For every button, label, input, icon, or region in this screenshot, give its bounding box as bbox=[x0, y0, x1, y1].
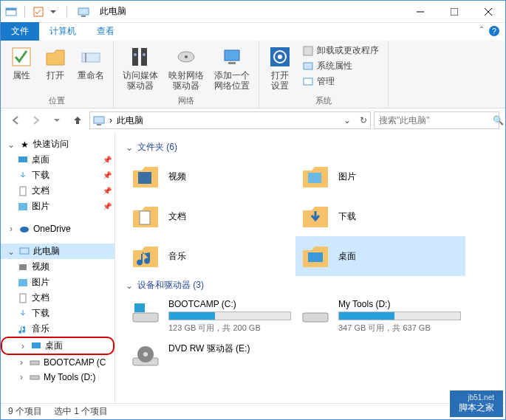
address-dropdown-icon[interactable]: ⌄ bbox=[343, 115, 351, 125]
pin-icon: 📌 bbox=[103, 171, 112, 179]
svg-rect-30 bbox=[19, 264, 27, 270]
tree-pictures[interactable]: 图片📌 bbox=[1, 199, 114, 214]
drive-c[interactable]: BOOTCAMP (C:) 123 GB 可用，共 200 GB bbox=[126, 295, 295, 338]
svg-rect-1 bbox=[6, 8, 16, 10]
minimize-button[interactable] bbox=[403, 1, 437, 23]
tree-music[interactable]: 音乐 bbox=[1, 321, 114, 337]
drive-icon bbox=[29, 371, 41, 383]
tree-quick-access[interactable]: ⌄★快速访问 bbox=[1, 137, 114, 152]
pc-icon bbox=[18, 246, 30, 258]
settings-icon bbox=[268, 45, 292, 69]
qa-properties-icon[interactable] bbox=[33, 6, 44, 18]
svg-rect-35 bbox=[30, 376, 39, 379]
tree-downloads[interactable]: 下载📌 bbox=[1, 168, 114, 183]
folder-document-icon bbox=[130, 201, 161, 232]
tree-documents[interactable]: 文档📌 bbox=[1, 183, 114, 199]
open-button[interactable]: 打开 bbox=[41, 44, 70, 82]
manage-button[interactable]: 管理 bbox=[299, 75, 382, 89]
rename-icon bbox=[79, 45, 103, 69]
download-icon bbox=[17, 170, 29, 182]
sysprop-button[interactable]: 系统属性 bbox=[299, 59, 382, 73]
svg-point-14 bbox=[185, 55, 188, 58]
search-icon[interactable]: 🔍 bbox=[493, 115, 504, 125]
chevron-down-icon: ⌄ bbox=[126, 280, 133, 291]
tree-downloads-2[interactable]: 下载 bbox=[1, 306, 114, 321]
open-settings-button[interactable]: 打开设置 bbox=[265, 44, 295, 93]
maximize-button[interactable] bbox=[437, 1, 471, 23]
help-icon[interactable]: ? bbox=[489, 26, 499, 36]
media-button[interactable]: 访问媒体驱动器 bbox=[120, 44, 161, 93]
svg-rect-20 bbox=[304, 47, 312, 55]
folder-documents[interactable]: 文档 bbox=[126, 196, 295, 236]
svg-rect-27 bbox=[18, 203, 27, 210]
ribbon-collapse-icon[interactable]: ˆ bbox=[480, 26, 483, 36]
tree-onedrive[interactable]: ›OneDrive bbox=[1, 221, 114, 236]
tab-file[interactable]: 文件 bbox=[1, 22, 39, 41]
rename-button[interactable]: 重命名 bbox=[75, 44, 107, 82]
breadcrumb[interactable]: 此电脑 bbox=[117, 114, 143, 127]
folder-videos[interactable]: 视频 bbox=[126, 156, 295, 196]
svg-rect-39 bbox=[308, 252, 323, 262]
pin-icon: 📌 bbox=[103, 156, 112, 164]
content-pane[interactable]: ⌄文件夹 (6) 视频 图片 文档 下载 音乐 桌面 ⌄设备和驱动器 (3) B… bbox=[115, 132, 505, 403]
tree-desktop-2[interactable]: ›桌面 bbox=[1, 337, 114, 355]
folder-downloads[interactable]: 下载 bbox=[295, 196, 465, 236]
open-icon bbox=[44, 45, 67, 69]
folder-pictures[interactable]: 图片 bbox=[295, 156, 465, 196]
tree-documents-2[interactable]: 文档 bbox=[1, 290, 114, 306]
svg-rect-9 bbox=[132, 48, 138, 66]
up-button[interactable] bbox=[69, 111, 86, 129]
svg-rect-41 bbox=[134, 303, 145, 312]
address-pc-icon bbox=[93, 114, 105, 126]
picture-icon bbox=[17, 201, 29, 213]
svg-rect-10 bbox=[141, 48, 147, 66]
tree-pictures-2[interactable]: 图片 bbox=[1, 275, 114, 290]
add-network-icon bbox=[220, 45, 244, 69]
address-chevron-icon[interactable]: › bbox=[109, 115, 112, 125]
tree-mytools[interactable]: ›My Tools (D:) bbox=[1, 370, 114, 385]
tab-view[interactable]: 查看 bbox=[86, 22, 125, 41]
address-bar[interactable]: › 此电脑 ⌄ ↻ bbox=[89, 111, 371, 129]
back-button[interactable] bbox=[7, 111, 24, 129]
svg-point-19 bbox=[278, 55, 282, 59]
svg-rect-4 bbox=[81, 16, 86, 17]
group-location: 位置 bbox=[7, 95, 107, 106]
status-selected: 选中 1 个项目 bbox=[54, 405, 108, 418]
tree-videos[interactable]: 视频 bbox=[1, 259, 114, 275]
search-input[interactable] bbox=[379, 115, 490, 125]
close-button[interactable] bbox=[471, 1, 505, 23]
drive-d[interactable]: My Tools (D:) 347 GB 可用，共 637 GB bbox=[295, 295, 465, 338]
tree-this-pc[interactable]: ⌄此电脑 bbox=[1, 244, 114, 259]
drive-e[interactable]: DVD RW 驱动器 (E:) bbox=[126, 338, 295, 378]
uninstall-button[interactable]: 卸载或更改程序 bbox=[299, 44, 382, 58]
drive-c-bar bbox=[168, 311, 291, 320]
properties-button[interactable]: 属性 bbox=[7, 44, 36, 82]
svg-rect-37 bbox=[308, 173, 321, 183]
section-drives[interactable]: ⌄设备和驱动器 (3) bbox=[126, 276, 495, 295]
tree-bootcamp[interactable]: ›BOOTCAMP (C bbox=[1, 355, 114, 370]
group-system: 系统 bbox=[265, 95, 382, 106]
window-title: 此电脑 bbox=[97, 5, 403, 18]
add-network-button[interactable]: 添加一个网络位置 bbox=[211, 44, 253, 93]
folder-desktop[interactable]: 桌面 bbox=[295, 236, 465, 276]
refresh-icon[interactable]: ↻ bbox=[360, 115, 367, 125]
recent-dropdown-icon[interactable] bbox=[48, 111, 66, 129]
media-icon bbox=[129, 45, 152, 69]
map-drive-button[interactable]: 映射网络驱动器 bbox=[165, 44, 207, 93]
svg-rect-36 bbox=[138, 172, 151, 184]
svg-rect-7 bbox=[82, 53, 100, 62]
svg-point-11 bbox=[134, 53, 137, 56]
svg-rect-16 bbox=[228, 62, 236, 64]
search-box[interactable]: 🔍 bbox=[374, 111, 499, 129]
svg-point-28 bbox=[20, 227, 29, 233]
forward-button[interactable] bbox=[27, 111, 45, 129]
nav-tree[interactable]: ⌄★快速访问 桌面📌 下载📌 文档📌 图片📌 ›OneDrive ⌄此电脑 视频… bbox=[1, 132, 115, 403]
qa-dropdown-icon[interactable] bbox=[47, 6, 59, 18]
section-folders[interactable]: ⌄文件夹 (6) bbox=[126, 138, 495, 156]
tree-desktop[interactable]: 桌面📌 bbox=[1, 152, 114, 168]
svg-rect-29 bbox=[20, 248, 29, 254]
folder-music[interactable]: 音乐 bbox=[126, 236, 295, 276]
desktop-icon bbox=[30, 340, 42, 352]
document-icon bbox=[17, 185, 29, 197]
tab-computer[interactable]: 计算机 bbox=[39, 22, 86, 41]
